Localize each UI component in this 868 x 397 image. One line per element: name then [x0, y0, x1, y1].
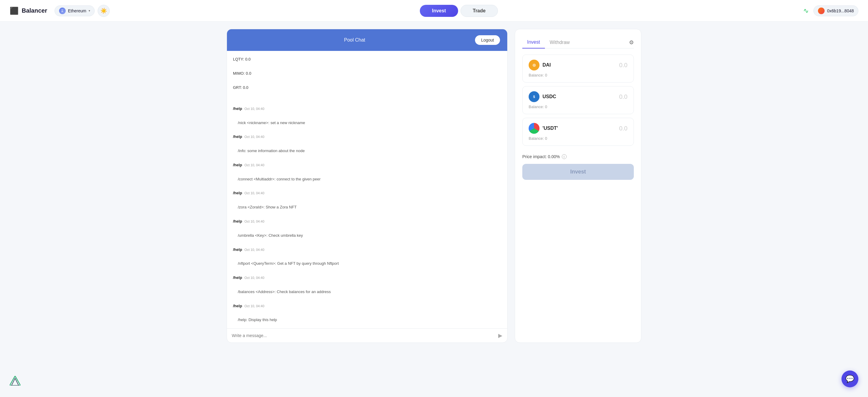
invest-tabs: Invest Withdraw ⚙ — [522, 36, 634, 48]
send-icon: ▶ — [498, 333, 502, 338]
price-impact-info-icon[interactable]: i — [562, 154, 567, 159]
invest-panel: Invest Withdraw ⚙ ◎ DAI 0.0 — [515, 29, 641, 343]
chat-message-input[interactable] — [232, 333, 495, 338]
tab-withdraw[interactable]: Withdraw — [545, 37, 575, 48]
token-left-dai: ◎ DAI — [529, 60, 551, 70]
logo-area: ⬛ Balancer — [10, 7, 47, 15]
message-time: Oct 10, 04:40 — [244, 135, 264, 138]
price-impact-label: Price impact: 0.00% — [522, 154, 560, 159]
list-item: /help Oct 10, 04:40 — [233, 105, 501, 112]
dai-icon: ◎ — [529, 60, 539, 70]
usdc-name: USDC — [542, 94, 556, 99]
message-time: Oct 10, 04:40 — [244, 107, 264, 110]
network-name: Ethereum — [68, 8, 87, 13]
chat-title: Pool Chat — [234, 37, 475, 43]
usdt-balance: Balance: 0 — [529, 136, 627, 141]
tab-invest[interactable]: Invest — [522, 36, 545, 48]
logo-text: Balancer — [22, 7, 47, 14]
message-time: Oct 10, 04:40 — [244, 220, 264, 223]
message-time: Oct 10, 04:40 — [244, 276, 264, 279]
chat-support-button[interactable]: 💬 — [841, 370, 858, 387]
list-item: /help Oct 10, 04:40 — [233, 302, 501, 309]
message-time: Oct 10, 04:40 — [244, 304, 264, 308]
main-content: Pool Chat Logout LQTY: 0.0 MIMO: 0.0 GRT… — [217, 22, 651, 350]
usdt-amount: 0.0 — [619, 125, 627, 132]
vue-logo — [10, 376, 21, 387]
svg-marker-5 — [11, 378, 19, 386]
usdc-balance: Balance: 0 — [529, 104, 627, 109]
list-item: MIMO: 0.0 — [233, 70, 501, 77]
ethereum-icon: Ξ — [59, 7, 66, 14]
help-command: /help — [233, 247, 242, 252]
usdt-icon — [529, 123, 539, 134]
list-item: /connect <Multiaddr>: connect to the giv… — [238, 177, 321, 181]
svg-text:◎: ◎ — [532, 63, 536, 67]
wallet-address-text: 0x6b19...8048 — [827, 8, 854, 13]
chat-panel: Pool Chat Logout LQTY: 0.0 MIMO: 0.0 GRT… — [227, 29, 507, 343]
header-right: ∿ 0x6b19...8048 — [803, 5, 858, 16]
send-message-button[interactable]: ▶ — [498, 332, 502, 339]
balancer-logo-icon: ⬛ — [10, 7, 19, 15]
help-command: /help — [233, 134, 242, 139]
help-command: /help — [233, 275, 242, 280]
message-time: Oct 10, 04:40 — [244, 163, 264, 167]
help-command: /help — [233, 191, 242, 195]
help-command: /help — [233, 219, 242, 224]
list-item: GRT: 0.0 — [233, 84, 501, 91]
gear-icon: ⚙ — [629, 39, 634, 45]
chat-header: Pool Chat Logout — [227, 29, 507, 51]
token-left-usdt: 'USDT' — [529, 123, 558, 134]
activity-icon: ∿ — [803, 7, 809, 15]
invest-nav-button[interactable]: Invest — [420, 5, 458, 17]
list-item: /help Oct 10, 04:40 — [233, 274, 501, 281]
logout-button[interactable]: Logout — [475, 35, 500, 45]
help-command: /help — [233, 106, 242, 111]
list-item: /zora <ZoraId>: Show a Zora NFT — [238, 205, 297, 209]
svg-text:$: $ — [533, 95, 535, 99]
list-item: /info: some information about the node — [238, 148, 305, 153]
message-time: Oct 10, 04:40 — [244, 191, 264, 195]
list-item: /help Oct 10, 04:40 — [233, 133, 501, 140]
dai-name: DAI — [542, 62, 551, 68]
theme-toggle-button[interactable]: ☀️ — [98, 5, 110, 17]
list-item: /help Oct 10, 04:40 — [233, 218, 501, 225]
nav-center: Invest Trade — [115, 5, 803, 17]
list-item: /help Oct 10, 04:40 — [233, 190, 501, 196]
usdc-amount: 0.0 — [619, 93, 627, 100]
token-card-dai: ◎ DAI 0.0 Balance: 0 — [522, 55, 634, 82]
dai-balance: Balance: 0 — [529, 73, 627, 77]
token-top-usdc: $ USDC 0.0 — [529, 91, 627, 102]
dai-amount: 0.0 — [619, 62, 627, 69]
network-selector[interactable]: Ξ Ethereum ▾ — [55, 5, 95, 16]
sun-icon: ☀️ — [100, 7, 107, 14]
chat-support-icon: 💬 — [845, 375, 855, 383]
wallet-avatar — [818, 7, 825, 14]
trade-nav-button[interactable]: Trade — [461, 5, 498, 17]
list-item: /help Oct 10, 04:40 — [233, 246, 501, 253]
token-top-usdt: 'USDT' 0.0 — [529, 123, 627, 134]
svg-marker-4 — [10, 376, 21, 386]
token-card-usdc: $ USDC 0.0 Balance: 0 — [522, 86, 634, 114]
list-item: /help Oct 10, 04:40 — [233, 161, 501, 168]
token-card-usdt: 'USDT' 0.0 Balance: 0 — [522, 118, 634, 146]
list-item: LQTY: 0.0 — [233, 56, 501, 63]
list-item: /umbrella <Key>: Check umbrella key — [238, 233, 303, 238]
list-item: /nftport <QueryTerm>: Get a NFT by query… — [238, 261, 339, 266]
help-command: /help — [233, 304, 242, 308]
list-item: /help: Display this help — [238, 318, 277, 322]
message-time: Oct 10, 04:40 — [244, 248, 264, 252]
list-item: /nick <nickname>: set a new nickname — [238, 121, 305, 125]
price-impact-area: Price impact: 0.00% i — [522, 154, 634, 159]
main-header: ⬛ Balancer Ξ Ethereum ▾ ☀️ Invest Trade … — [0, 0, 868, 22]
token-left-usdc: $ USDC — [529, 91, 556, 102]
token-top-dai: ◎ DAI 0.0 — [529, 60, 627, 70]
chat-input-area: ▶ — [227, 328, 507, 342]
usdt-name: 'USDT' — [542, 126, 558, 131]
chat-messages: LQTY: 0.0 MIMO: 0.0 GRT: 0.0 /help Oct 1… — [227, 51, 507, 328]
invest-action-button[interactable]: Invest — [522, 164, 634, 180]
chevron-down-icon: ▾ — [89, 9, 90, 12]
settings-button[interactable]: ⚙ — [629, 39, 634, 46]
wallet-address-button[interactable]: 0x6b19...8048 — [813, 5, 858, 16]
list-item: /balances <Address>: Check balances for … — [238, 290, 331, 294]
help-command: /help — [233, 163, 242, 167]
